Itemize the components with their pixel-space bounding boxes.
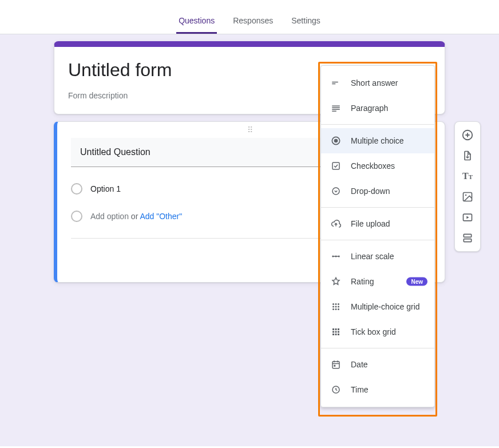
menu-label: Linear scale	[351, 252, 394, 261]
svg-point-30	[335, 308, 337, 310]
svg-rect-33	[335, 328, 337, 330]
short-answer-icon	[330, 77, 342, 89]
svg-point-23	[332, 303, 334, 305]
dropdown-icon	[330, 185, 342, 197]
menu-label: File upload	[351, 219, 390, 228]
menu-rating[interactable]: Rating New	[321, 269, 434, 294]
tab-settings[interactable]: Settings	[289, 16, 323, 34]
option-1-text[interactable]: Option 1	[90, 184, 121, 193]
canvas: Untitled form Form description ⠿ Option …	[0, 34, 499, 446]
file-upload-icon	[330, 218, 342, 229]
svg-rect-37	[338, 331, 339, 333]
menu-linear-scale[interactable]: Linear scale	[321, 244, 434, 269]
menu-label: Multiple-choice grid	[351, 302, 420, 311]
svg-point-26	[332, 306, 334, 308]
menu-divider	[321, 124, 434, 125]
svg-rect-14	[332, 111, 336, 112]
menu-label: Time	[351, 385, 369, 394]
menu-multiple-choice[interactable]: Multiple choice	[321, 128, 434, 153]
svg-rect-22	[333, 256, 339, 257]
svg-rect-17	[332, 162, 339, 169]
menu-label: Tick box grid	[351, 327, 396, 336]
calendar-icon	[330, 359, 342, 370]
menu-label: Rating	[351, 277, 374, 286]
svg-rect-8	[464, 239, 471, 242]
svg-rect-9	[332, 82, 338, 83]
svg-rect-36	[335, 331, 337, 333]
tab-bar: Questions Responses Settings	[0, 0, 499, 34]
add-image-toolbar-icon[interactable]	[457, 188, 478, 205]
svg-rect-35	[332, 331, 334, 333]
grid-dots-icon	[330, 301, 342, 312]
add-title-icon[interactable]: TT	[457, 168, 478, 185]
add-other-link[interactable]: Add "Other"	[140, 212, 182, 221]
menu-label: Date	[351, 360, 368, 369]
add-option-link[interactable]: Add option	[90, 212, 129, 221]
svg-rect-12	[332, 108, 340, 109]
checkbox-icon	[330, 160, 342, 172]
radio-selected-icon	[330, 135, 342, 146]
or-text-2: or	[131, 212, 138, 221]
radio-icon	[71, 183, 82, 195]
svg-point-16	[334, 139, 338, 143]
menu-dropdown[interactable]: Drop-down	[321, 179, 434, 204]
question-type-menu: Short answer Paragraph Multiple choice C	[320, 65, 435, 407]
menu-date[interactable]: Date	[321, 352, 434, 377]
menu-label: Checkboxes	[351, 161, 395, 171]
menu-divider	[321, 207, 434, 208]
svg-rect-13	[332, 109, 340, 110]
new-badge: New	[406, 277, 427, 286]
menu-short-answer[interactable]: Short answer	[321, 70, 434, 96]
svg-rect-40	[338, 334, 339, 335]
menu-time[interactable]: Time	[321, 377, 434, 402]
svg-rect-10	[332, 84, 335, 85]
add-video-icon[interactable]	[457, 209, 478, 226]
star-icon	[330, 276, 342, 287]
tab-questions[interactable]: Questions	[176, 16, 217, 34]
menu-paragraph[interactable]: Paragraph	[321, 96, 434, 121]
linear-scale-icon	[330, 251, 342, 262]
svg-rect-38	[332, 334, 334, 335]
menu-multiple-choice-grid[interactable]: Multiple-choice grid	[321, 294, 434, 319]
svg-point-28	[338, 306, 339, 308]
svg-rect-39	[335, 334, 337, 335]
menu-label: Paragraph	[351, 104, 388, 113]
svg-point-25	[338, 303, 339, 305]
menu-label: Short answer	[351, 78, 398, 88]
menu-file-upload[interactable]: File upload	[321, 211, 434, 236]
svg-rect-7	[464, 234, 471, 237]
menu-label: Multiple choice	[351, 136, 404, 145]
svg-rect-32	[332, 328, 334, 330]
svg-point-27	[335, 306, 337, 308]
clock-icon	[330, 384, 342, 395]
svg-rect-42	[334, 365, 335, 367]
tab-responses[interactable]: Responses	[231, 16, 275, 34]
side-toolbar: TT	[454, 121, 481, 252]
svg-rect-34	[338, 328, 339, 330]
svg-point-18	[332, 188, 339, 195]
svg-rect-41	[332, 362, 339, 368]
svg-rect-11	[332, 106, 340, 107]
add-section-icon[interactable]	[457, 229, 478, 247]
menu-label: Drop-down	[351, 187, 390, 196]
svg-point-5	[465, 195, 467, 196]
svg-point-24	[335, 303, 337, 305]
add-question-icon[interactable]	[457, 126, 478, 144]
grid-squares-icon	[330, 326, 342, 338]
svg-point-29	[332, 308, 334, 310]
radio-icon	[71, 211, 82, 222]
paragraph-icon	[330, 102, 342, 114]
import-questions-icon[interactable]	[457, 147, 478, 164]
menu-tick-box-grid[interactable]: Tick box grid	[321, 319, 434, 344]
menu-divider	[321, 348, 434, 348]
menu-checkboxes[interactable]: Checkboxes	[321, 153, 434, 179]
menu-divider	[321, 240, 434, 240]
svg-point-31	[338, 308, 339, 310]
